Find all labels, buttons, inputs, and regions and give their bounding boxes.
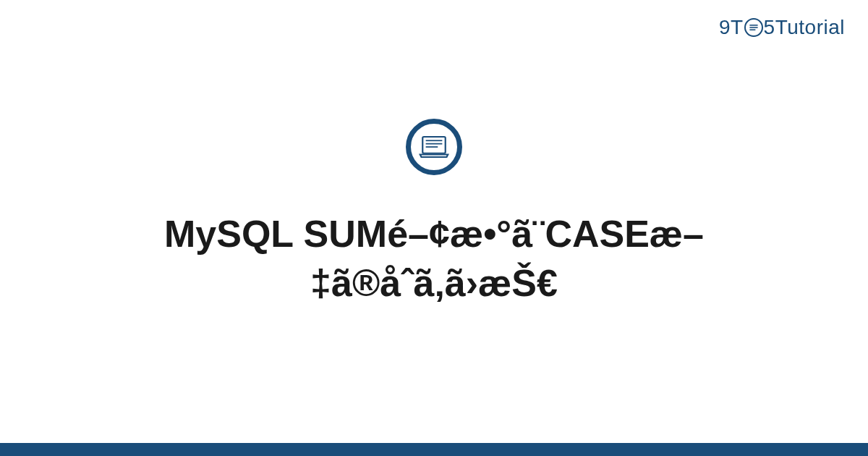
- logo-circle-icon: [744, 18, 763, 37]
- laptop-icon: [419, 135, 449, 159]
- logo-text-tutorial: Tutorial: [775, 16, 845, 39]
- page-title: MySQL SUMé–¢æ•°ã¨CASEæ–‡ã®åˆã‚ã›æŠ€: [72, 210, 796, 308]
- bottom-accent-bar: [0, 443, 868, 456]
- svg-rect-3: [422, 137, 446, 153]
- logo-text-5: 5: [764, 16, 775, 39]
- site-logo: 9T 5 Tutorial: [719, 16, 845, 39]
- logo-text-9t: 9T: [719, 16, 744, 39]
- tutorial-icon-circle: [406, 119, 462, 175]
- main-content: MySQL SUMé–¢æ•°ã¨CASEæ–‡ã®åˆã‚ã›æŠ€: [0, 0, 868, 456]
